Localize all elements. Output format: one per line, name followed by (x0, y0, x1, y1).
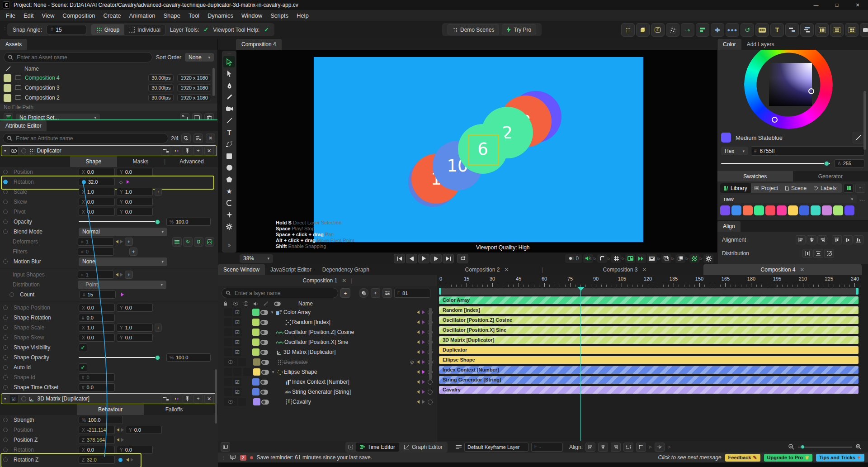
viewport-canvas-area[interactable]: 1 10 3 2 6 Hold S Direct Layer Selection… (236, 50, 717, 253)
eyedropper-button[interactable] (853, 132, 864, 143)
keyframe-radio[interactable] (3, 229, 8, 234)
play-button[interactable] (418, 254, 429, 263)
transparency-checker-icon[interactable] (689, 254, 699, 263)
stacked-bars-icon[interactable] (800, 23, 814, 37)
swatch[interactable] (799, 205, 809, 215)
count-field[interactable]: #15 (80, 291, 116, 299)
filter-settings-icon[interactable] (382, 288, 392, 298)
expression-triangle-icon[interactable] (127, 180, 129, 184)
rectangle-tool[interactable] (223, 150, 235, 162)
timeline-zoom-slider[interactable] (798, 447, 852, 448)
layer-toggle[interactable] (260, 340, 268, 345)
settings-gear-tool[interactable] (223, 221, 235, 232)
move-dots-icon[interactable]: ✚ (711, 23, 724, 37)
solo-ring-icon[interactable] (21, 396, 26, 401)
pen-tool[interactable] (223, 80, 235, 91)
layer-color-swatch[interactable] (252, 309, 259, 316)
arc-tool[interactable] (223, 197, 235, 209)
alpha-slider[interactable] (721, 163, 830, 164)
direct-select-tool[interactable] (223, 68, 235, 79)
layer-toggle[interactable] (260, 350, 268, 355)
keyframe-radio[interactable] (3, 325, 8, 330)
shape-scale-y-field[interactable]: Y1.0 (117, 324, 153, 332)
timeline-bar-color-array[interactable]: Color Array (439, 296, 859, 304)
feedback-button[interactable]: Feedback✎ (725, 454, 760, 462)
distribution-dropdown[interactable]: ·Point▾ (78, 281, 166, 289)
shape-position-y-field[interactable]: Y0.0 (117, 304, 153, 312)
frame-jump-field[interactable]: F- (531, 443, 563, 452)
tips-and-tricks-button[interactable]: Tips and Tricks✦ (816, 454, 864, 462)
shape-rotation-field[interactable]: #0.0 (79, 314, 115, 322)
panel-splitter-handle[interactable]: ⋮⋮ (427, 359, 436, 364)
swatch[interactable] (731, 205, 741, 215)
keyframe-radio[interactable] (3, 345, 8, 350)
menu-scripts[interactable]: Scripts (266, 11, 292, 20)
layer-color-swatch[interactable] (252, 378, 259, 386)
keyframe-tool-button[interactable] (655, 443, 665, 452)
swatch[interactable] (720, 205, 730, 215)
timeline-bar-ellipse-shape[interactable]: Ellipse Shape (439, 356, 859, 364)
zoom-in-icon[interactable] (856, 444, 862, 450)
rotate-arc-icon[interactable]: ↺ (741, 23, 754, 37)
filter-isolate-icon[interactable]: ⌖ (371, 288, 380, 298)
menu-view[interactable]: View (38, 11, 58, 20)
close-button[interactable]: ✕ (847, 0, 868, 10)
prev-arrow-icon[interactable] (117, 428, 119, 432)
layer-color-swatch[interactable] (252, 319, 259, 326)
toolstrip-overflow-chevrons[interactable]: » (223, 239, 235, 251)
hex-input-field[interactable]: # (751, 146, 864, 156)
deformer-list-icon[interactable] (172, 237, 182, 247)
close-tab-icon[interactable]: ✕ (800, 267, 804, 273)
tab-dependency-graph[interactable]: Dependency Graph (317, 264, 375, 275)
layer-toggle[interactable] (261, 360, 269, 365)
menu-composition[interactable]: Composition (58, 11, 99, 20)
enabled-check-icon[interactable]: ☑ (233, 388, 241, 396)
swatch-source-labels[interactable]: Labels (810, 183, 840, 193)
isolate-icon[interactable]: ⌖ (193, 394, 203, 404)
timeline-bar-3d-matrix[interactable]: 3D Matrix [Duplicator] (439, 336, 859, 344)
menu-tool[interactable]: Tool (184, 11, 203, 20)
keyframe-radio[interactable] (3, 457, 8, 462)
try-pro-button[interactable]: Try Pro (502, 24, 536, 35)
individual-mode-button[interactable]: Individual (124, 24, 165, 35)
attribute-scrollbar[interactable] (215, 369, 217, 424)
distribute-h-button[interactable] (802, 249, 812, 258)
keyframe-radio-active[interactable] (3, 180, 8, 184)
shape-opacity-field[interactable]: %100.0 (166, 353, 211, 362)
skew-y-field[interactable]: Y0.0 (117, 198, 153, 206)
graph-connections-icon[interactable] (161, 146, 170, 156)
collapse-panel-icon[interactable] (221, 442, 230, 452)
add-list-icon[interactable] (193, 133, 203, 143)
next-arrow-icon[interactable] (120, 240, 123, 243)
timeline-bar-oscillator-z[interactable]: Oscillator [Position.Z] Cosine (439, 316, 859, 324)
rotation-z-field[interactable]: Z32.0 (79, 456, 115, 464)
expand-chevron-icon[interactable]: ▾ (269, 310, 275, 315)
color-mode-dropdown[interactable]: Hex▾ (721, 147, 748, 155)
magnet-snap-button[interactable] (636, 443, 646, 452)
swatch[interactable] (844, 205, 854, 215)
filters-count-field[interactable]: ≡0 (78, 248, 114, 256)
loop-playback-button[interactable] (457, 254, 468, 263)
deformer-shape-icon[interactable]: D (194, 237, 203, 247)
shape-skew-y-field[interactable]: Y0.0 (117, 334, 153, 342)
layer-toggle[interactable] (260, 390, 268, 395)
close-attributes-icon[interactable]: ✕ (204, 146, 214, 156)
saturation-value-box[interactable] (769, 63, 812, 106)
layer-search-field[interactable] (222, 288, 338, 298)
minimize-button[interactable]: — (806, 0, 826, 10)
menu-create[interactable]: Create (99, 11, 125, 20)
swatch-source-project[interactable]: Project (751, 183, 782, 193)
timeline-bar-cavalry[interactable]: Cavalry (439, 386, 859, 394)
rotation-field[interactable]: 32.0 (79, 178, 115, 186)
layer-row-oscillator-z[interactable]: ☑ Oscillator [Position.Z] Cosine (224, 327, 437, 337)
link-xy-icon[interactable]: ↕ (155, 324, 162, 332)
asset-color-swatch[interactable] (4, 94, 11, 102)
keyframe-radio[interactable] (3, 448, 8, 452)
layer-row-random[interactable]: ☑ x Random [Index] (224, 317, 437, 327)
prev-arrow-icon[interactable] (116, 240, 118, 243)
input-shapes-field[interactable]: ≡1 (78, 271, 114, 279)
blend-mode-dropdown[interactable]: Normal▾ (79, 228, 167, 236)
menu-help[interactable]: Help (292, 11, 313, 20)
motion-blur-dropdown[interactable]: None▾ (79, 257, 167, 266)
range-end-handle[interactable] (856, 288, 859, 295)
